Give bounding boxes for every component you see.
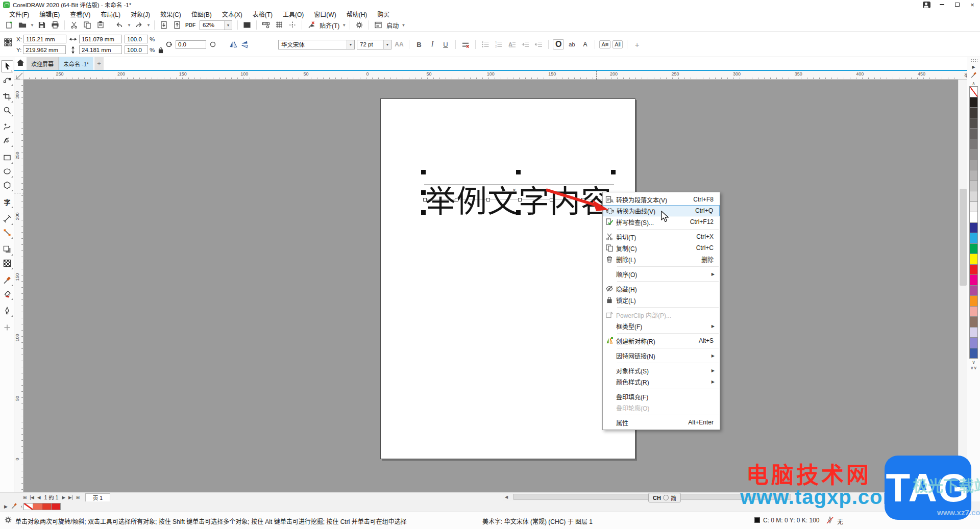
undo-caret-icon[interactable]: ▼ xyxy=(127,20,132,31)
menu-item-convert-to-paragraph-text[interactable]: A转换为段落文本(V)Ctrl+F8 xyxy=(603,194,720,205)
menu-item-delete[interactable]: 删除(L)删除 xyxy=(603,254,720,265)
palette-swatch-3f3a37[interactable] xyxy=(969,107,978,118)
pick-tool[interactable] xyxy=(1,60,13,72)
palette-swatch-ecebeb[interactable] xyxy=(969,201,978,213)
palette-swatch-c7c6c6[interactable] xyxy=(969,181,978,192)
export-button[interactable] xyxy=(171,20,183,31)
menubar-item-3[interactable]: 布局(L) xyxy=(95,9,126,19)
text-properties-button[interactable]: A xyxy=(579,39,591,50)
save-button[interactable] xyxy=(36,20,48,31)
selection-center-marker[interactable]: × xyxy=(512,187,516,194)
palette-swatch-none[interactable] xyxy=(969,86,978,97)
palette-swatch-ec008c[interactable] xyxy=(969,274,978,286)
open-document-button[interactable] xyxy=(16,20,29,31)
customize-add-button[interactable]: + xyxy=(631,39,643,50)
polygon-tool[interactable] xyxy=(1,180,13,192)
add-tool[interactable] xyxy=(1,322,13,334)
zoom-level-combo[interactable]: 62%▼ xyxy=(200,20,232,30)
x-position-field[interactable]: 115.21 mm xyxy=(23,35,66,43)
height-field[interactable]: 24.181 mm xyxy=(79,45,122,54)
vertical-ruler[interactable]: 300250200150100500 xyxy=(14,80,23,492)
scale-x-field[interactable]: 100.0 xyxy=(125,35,148,43)
import-button[interactable] xyxy=(158,20,170,31)
drop-shadow-tool[interactable] xyxy=(1,244,13,256)
doc-palette-swatch-e23b2a[interactable] xyxy=(42,503,52,510)
redo-caret-icon[interactable]: ▼ xyxy=(146,20,151,31)
palette-swatch-fff200[interactable] xyxy=(969,254,978,265)
mirror-vertical-icon[interactable] xyxy=(240,40,249,48)
first-page-button[interactable]: |◀ xyxy=(28,495,36,500)
menu-item-overprint-fill[interactable]: 叠印填充(F) xyxy=(603,391,720,402)
eyedropper-tool[interactable] xyxy=(1,274,13,287)
menu-item-color-styles[interactable]: 颜色样式(R)▶ xyxy=(603,376,720,387)
curve-tool[interactable] xyxy=(1,121,13,134)
y-position-field[interactable]: 219.962 mm xyxy=(23,45,66,54)
vertical-scrollbar[interactable] xyxy=(958,80,967,492)
edit-text-button[interactable]: ab xyxy=(566,39,577,50)
menubar-item-2[interactable]: 查看(V) xyxy=(65,9,95,19)
interactive-fill-tool[interactable] xyxy=(1,288,13,300)
close-button[interactable]: × xyxy=(965,0,980,9)
selection-handle-tr[interactable] xyxy=(611,170,616,174)
font-family-dropdown-icon[interactable]: ▼ xyxy=(347,40,354,49)
palette-drag-grip[interactable] xyxy=(970,59,977,62)
add-page-after-button[interactable]: ⊞ xyxy=(75,495,81,500)
palette-swatch-7a7777[interactable] xyxy=(969,139,978,150)
menu-item-powerclip-inside[interactable]: PowerClip 内部(P)... xyxy=(603,309,720,320)
menubar-item-8[interactable]: 表格(T) xyxy=(248,9,278,19)
doc-palette-swatch-e02020[interactable] xyxy=(51,503,61,510)
print-button[interactable] xyxy=(49,20,61,31)
menubar-item-12[interactable]: 购买 xyxy=(372,9,395,19)
undo-button[interactable] xyxy=(113,20,126,31)
glyph-node[interactable] xyxy=(455,198,458,201)
ruler-origin-corner[interactable] xyxy=(14,71,23,80)
crop-tool[interactable] xyxy=(1,91,13,103)
paste-button[interactable] xyxy=(94,20,107,31)
numbered-list-button[interactable]: 12 xyxy=(493,39,504,50)
palette-swatch-666261[interactable] xyxy=(969,128,978,139)
palette-swatch-8c7265[interactable] xyxy=(969,316,978,328)
minimize-button[interactable] xyxy=(934,0,949,9)
options-gear-button[interactable] xyxy=(353,20,365,31)
publish-to-pdf-button[interactable]: PDF xyxy=(184,20,197,31)
palette-expand-button[interactable]: ∨∨ xyxy=(970,366,977,370)
palette-swatch-29abe2[interactable] xyxy=(969,233,978,244)
font-size-dropdown-icon[interactable]: ▼ xyxy=(383,40,391,49)
ime-indicator[interactable]: CH 简 xyxy=(648,493,681,502)
new-tab-button[interactable]: + xyxy=(94,57,104,70)
shape-tool[interactable] xyxy=(1,74,13,86)
copy-button[interactable] xyxy=(81,20,93,31)
launch-label[interactable]: 启动 xyxy=(385,21,400,30)
ellipse-tool[interactable] xyxy=(1,166,13,178)
palette-swatch-a3a1a1[interactable] xyxy=(969,160,978,171)
scroll-left-button[interactable]: ◀ xyxy=(503,495,510,499)
mirror-horizontal-icon[interactable] xyxy=(229,40,238,48)
palette-swatch-8e87d2[interactable] xyxy=(969,337,978,348)
drawing-canvas[interactable]: 举例文字内容 × xyxy=(23,80,958,492)
zoom-tool[interactable] xyxy=(1,105,13,117)
bold-button[interactable]: B xyxy=(413,39,425,50)
menu-item-object-styles[interactable]: 对象样式(S)▶ xyxy=(603,365,720,376)
horizontal-ruler[interactable]: 2502001501005005010015020025030035040045… xyxy=(23,71,958,80)
snap-caret-icon[interactable]: ▼ xyxy=(341,20,347,31)
palette-swatch-231f1c[interactable] xyxy=(969,97,978,108)
menu-item-overprint-outline[interactable]: 叠印轮廓(O) xyxy=(603,402,720,413)
page-tab[interactable]: 页 1 xyxy=(85,493,110,501)
palette-swatch-908d8d[interactable] xyxy=(969,149,978,160)
snap-to-label[interactable]: 贴齐(T) xyxy=(318,21,340,30)
glyph-node[interactable] xyxy=(423,198,427,201)
add-page-before-button[interactable]: ⊞ xyxy=(21,495,28,500)
menubar-item-4[interactable]: 对象(J) xyxy=(126,9,155,19)
menubar-item-6[interactable]: 位图(B) xyxy=(186,9,217,19)
outline-pen-tool[interactable] xyxy=(1,305,13,317)
previous-page-button[interactable]: ◀ xyxy=(36,495,42,500)
palette-scroll-up-button[interactable]: ∧ xyxy=(970,80,978,87)
align-panel-button[interactable]: A≡ xyxy=(599,40,610,48)
menu-item-copy[interactable]: 复制(C)Ctrl+C xyxy=(603,242,720,254)
outdent-button[interactable] xyxy=(533,39,544,50)
doc-palette-swatch-none[interactable] xyxy=(23,503,33,510)
menubar-item-9[interactable]: 工具(O) xyxy=(278,9,309,19)
open-caret-icon[interactable]: ▼ xyxy=(30,20,35,31)
palette-eyedropper-button[interactable] xyxy=(970,71,978,79)
palette-swatch-00a651[interactable] xyxy=(969,243,978,255)
